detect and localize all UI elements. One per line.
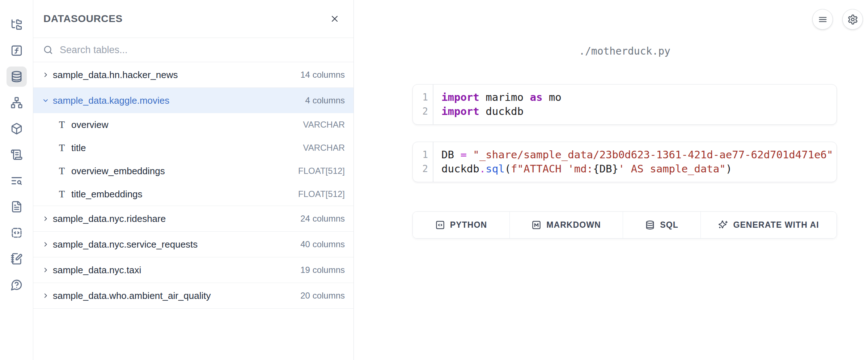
sidebar-scratchpad-button[interactable]	[7, 249, 27, 269]
chevron-down-icon	[42, 97, 50, 104]
column-count: 40 columns	[300, 239, 345, 249]
table-group: sample_data.nyc.service_requests40 colum…	[33, 232, 353, 257]
column-row[interactable]: Ttitle_embeddingsFLOAT[512]	[33, 183, 353, 206]
help-icon	[10, 279, 23, 291]
sidebar-document-button[interactable]	[7, 197, 27, 217]
scratchpad-icon	[10, 253, 23, 265]
column-type: FLOAT[512]	[298, 166, 345, 176]
search-icon	[43, 44, 54, 55]
settings-button[interactable]	[842, 9, 863, 30]
column-type: FLOAT[512]	[298, 189, 345, 199]
table-name: sample_data.nyc.service_requests	[53, 239, 198, 250]
column-name: overview_embeddings	[71, 166, 165, 177]
action-label: SQL	[660, 220, 678, 230]
add-cell-action-bar: PYTHONMARKDOWNSQLGENERATE WITH AI	[412, 211, 837, 239]
table-row[interactable]: sample_data.hn.hacker_news14 columns	[33, 62, 353, 87]
line-number: 1	[413, 148, 433, 162]
chevron-right-icon	[42, 215, 50, 223]
sidebar-file-tree-button[interactable]	[7, 14, 27, 35]
column-name: title_embeddings	[71, 189, 143, 200]
sparkles-icon	[718, 220, 728, 230]
panel-header: DATASOURCES	[33, 0, 353, 38]
database-icon	[645, 220, 655, 230]
column-type: VARCHAR	[303, 120, 345, 130]
sidebar-help-button[interactable]	[7, 275, 27, 295]
chevron-right-icon	[42, 292, 50, 300]
sidebar-logs-scroll-button[interactable]	[7, 145, 27, 165]
code-editor[interactable]: import marimo as moimport duckdb	[433, 85, 837, 124]
table-row[interactable]: sample_data.kaggle.movies4 columns	[33, 88, 353, 113]
marimo-app: DATASOURCES sample_data.hn.hacker_news14…	[0, 0, 868, 360]
datasources-panel: DATASOURCES sample_data.hn.hacker_news14…	[33, 0, 354, 360]
close-icon	[330, 14, 340, 24]
chevron-right-icon	[42, 71, 50, 79]
notebook-file-title: ./motherduck.py	[412, 45, 837, 57]
column-count: 20 columns	[300, 291, 345, 301]
close-panel-button[interactable]	[327, 11, 343, 27]
table-group: sample_data.nyc.taxi19 columns	[33, 257, 353, 283]
table-row[interactable]: sample_data.nyc.service_requests40 colum…	[33, 232, 353, 257]
package-icon	[10, 123, 23, 135]
column-row[interactable]: Toverview_embeddingsFLOAT[512]	[33, 159, 353, 183]
add-python-button[interactable]: PYTHON	[413, 212, 510, 238]
sidebar-snippets-button[interactable]	[7, 223, 27, 243]
add-sql-button[interactable]: SQL	[623, 212, 701, 238]
column-count: 19 columns	[300, 265, 345, 275]
line-number: 2	[413, 104, 433, 119]
line-number: 1	[413, 90, 433, 104]
table-name: sample_data.nyc.taxi	[53, 265, 141, 276]
column-count: 4 columns	[305, 95, 345, 106]
chevron-right-icon	[42, 266, 50, 274]
sidebar-dependency-graph-button[interactable]	[7, 93, 27, 113]
table-row[interactable]: sample_data.who.ambient_air_quality20 co…	[33, 283, 353, 308]
table-row[interactable]: sample_data.nyc.taxi19 columns	[33, 257, 353, 283]
code-line: duckdb.sql(f"ATTACH 'md:{DB}' AS sample_…	[441, 162, 833, 176]
column-type: VARCHAR	[303, 143, 345, 153]
chevron-right-icon	[42, 240, 50, 248]
line-numbers: 12	[413, 142, 433, 182]
menu-icon	[818, 14, 828, 25]
sidebar-icon-rail	[0, 0, 33, 360]
table-group: sample_data.kaggle.movies4 columnsToverv…	[33, 88, 353, 206]
table-name: sample_data.who.ambient_air_quality	[53, 290, 211, 301]
add-generate-with-ai-button[interactable]: GENERATE WITH AI	[701, 212, 837, 238]
table-row[interactable]: sample_data.nyc.rideshare24 columns	[33, 206, 353, 231]
action-label: GENERATE WITH AI	[733, 220, 819, 230]
notebook-main: ./motherduck.py 12import marimo as moimp…	[354, 0, 868, 360]
snippets-icon	[10, 227, 23, 239]
sidebar-function-button[interactable]	[7, 40, 27, 61]
table-group: sample_data.nyc.rideshare24 columns	[33, 206, 353, 232]
table-group: sample_data.hn.hacker_news14 columns	[33, 62, 353, 88]
column-count: 24 columns	[300, 214, 345, 224]
code-cell[interactable]: 12import marimo as moimport duckdb	[412, 84, 837, 125]
code-line: import marimo as mo	[441, 90, 830, 104]
code-line: DB = "_share/sample_data/23b0d623-1361-4…	[441, 148, 833, 162]
search-tables-input[interactable]	[60, 44, 343, 56]
text-type-icon: T	[58, 166, 66, 177]
text-type-icon: T	[58, 189, 66, 200]
document-icon	[10, 201, 23, 213]
column-name: title	[71, 142, 86, 154]
sidebar-package-button[interactable]	[7, 119, 27, 139]
notebook-menu-button[interactable]	[812, 9, 833, 30]
column-row[interactable]: TtitleVARCHAR	[33, 136, 353, 159]
table-name: sample_data.kaggle.movies	[53, 95, 169, 106]
code-cell[interactable]: 12DB = "_share/sample_data/23b0d623-1361…	[412, 142, 837, 182]
sidebar-text-search-button[interactable]	[7, 171, 27, 191]
table-name: sample_data.hn.hacker_news	[53, 69, 178, 81]
sidebar-database-button[interactable]	[7, 67, 27, 87]
column-name: overview	[71, 119, 109, 130]
table-group: sample_data.who.ambient_air_quality20 co…	[33, 283, 353, 309]
text-type-icon: T	[58, 142, 66, 154]
text-search-icon	[10, 175, 23, 187]
search-bar	[33, 38, 353, 62]
line-numbers: 12	[413, 85, 433, 124]
code-line: import duckdb	[441, 104, 830, 119]
file-tree-icon	[10, 18, 23, 31]
code-editor[interactable]: DB = "_share/sample_data/23b0d623-1361-4…	[433, 142, 837, 182]
column-row[interactable]: ToverviewVARCHAR	[33, 113, 353, 136]
add-markdown-button[interactable]: MARKDOWN	[510, 212, 623, 238]
text-type-icon: T	[58, 119, 66, 130]
database-icon	[10, 70, 23, 83]
gear-icon	[847, 14, 858, 25]
